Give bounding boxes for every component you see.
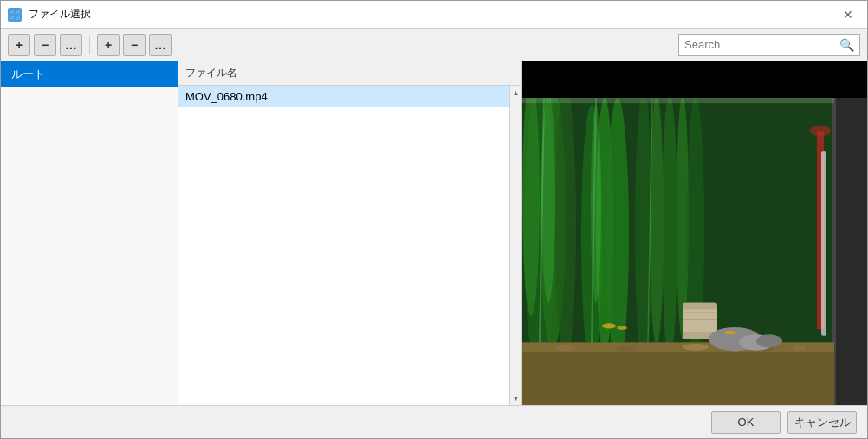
file-list-header: ファイル名 — [178, 61, 521, 86]
aquarium-svg — [522, 98, 867, 405]
svg-rect-30 — [683, 303, 717, 310]
add-middle-button[interactable]: + — [97, 34, 120, 56]
file-list: MOV_0680.mp4 — [178, 86, 509, 405]
black-top-bar — [522, 61, 867, 98]
left-panel-item-root[interactable]: ルート — [1, 61, 178, 87]
svg-point-19 — [662, 98, 677, 359]
more-middle-button[interactable]: … — [149, 34, 172, 56]
svg-rect-43 — [522, 98, 834, 103]
svg-rect-2 — [10, 16, 14, 20]
scroll-up-arrow[interactable]: ▲ — [510, 86, 521, 100]
bottom-bar: OK キャンセル — [1, 405, 867, 438]
svg-point-26 — [683, 344, 709, 351]
left-panel: ルート — [1, 61, 178, 405]
middle-panel-inner: MOV_0680.mp4 — [178, 86, 509, 405]
scroll-track[interactable] — [510, 100, 521, 391]
main-content: ルート ファイル名 MOV_0680.mp4 ▲ ▼ — [1, 61, 867, 405]
window-title: ファイル選択 — [29, 7, 91, 22]
svg-point-39 — [617, 326, 627, 330]
title-bar: ファイル選択 ✕ — [1, 1, 867, 29]
svg-rect-47 — [821, 151, 826, 336]
add-left-button[interactable]: + — [8, 34, 30, 56]
file-list-area: MOV_0680.mp4 ▲ ▼ — [178, 86, 521, 405]
search-box[interactable]: 🔍 — [678, 34, 860, 56]
svg-point-24 — [555, 345, 576, 352]
ok-button[interactable]: OK — [711, 411, 781, 434]
search-input[interactable] — [684, 38, 839, 51]
scroll-down-arrow[interactable]: ▼ — [510, 391, 521, 405]
svg-point-40 — [724, 331, 736, 335]
close-button[interactable]: ✕ — [836, 4, 860, 25]
remove-middle-button[interactable]: − — [123, 34, 146, 56]
svg-rect-6 — [834, 98, 867, 405]
aquarium-scene — [522, 61, 867, 405]
svg-point-42 — [810, 126, 831, 136]
window-icon — [8, 8, 22, 22]
vertical-scrollbar[interactable]: ▲ ▼ — [509, 86, 521, 405]
middle-panel: ファイル名 MOV_0680.mp4 ▲ ▼ — [178, 61, 522, 405]
svg-point-25 — [618, 346, 635, 352]
svg-point-38 — [602, 323, 616, 328]
search-area: 🔍 — [678, 34, 860, 56]
file-list-column-name: ファイル名 — [185, 66, 237, 81]
file-item[interactable]: MOV_0680.mp4 — [178, 86, 509, 107]
search-icon: 🔍 — [839, 38, 854, 52]
svg-point-37 — [756, 334, 782, 347]
right-panel-preview — [522, 61, 867, 405]
toolbar-separator — [89, 36, 90, 54]
title-bar-left: ファイル選択 — [8, 7, 91, 22]
more-left-button[interactable]: … — [60, 34, 82, 56]
svg-rect-1 — [16, 10, 20, 14]
aquarium-inner — [522, 98, 867, 405]
file-select-window: ファイル選択 ✕ + − … + − … 🔍 ルート ファイル名 — [0, 0, 868, 439]
top-toolbar: + − … + − … 🔍 — [1, 29, 867, 61]
svg-rect-0 — [10, 10, 14, 14]
remove-left-button[interactable]: − — [34, 34, 56, 56]
cancel-button[interactable]: キャンセル — [787, 411, 857, 434]
svg-rect-3 — [16, 16, 20, 20]
svg-point-28 — [793, 345, 806, 351]
